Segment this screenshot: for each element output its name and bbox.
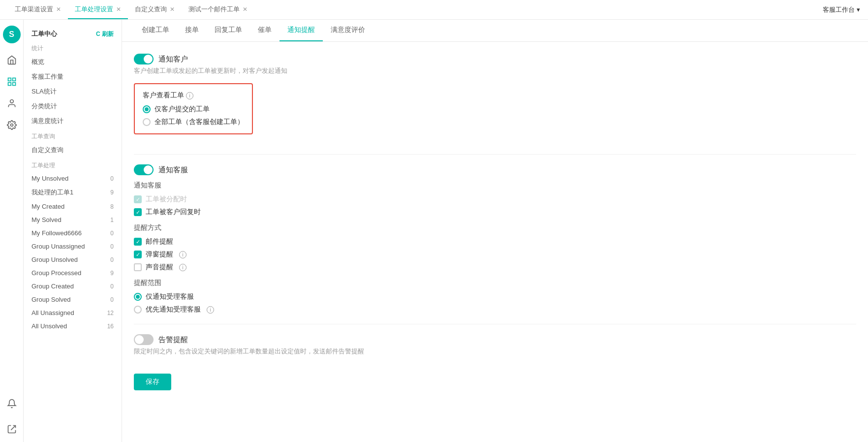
home-icon[interactable] — [3, 51, 21, 69]
notify-agent-sub-section: 通知客服 工单被分配时 工单被客户回复时 提醒方式 邮件提醒 — [134, 181, 856, 314]
checkbox-popup-reminder[interactable]: 弹窗提醒 i — [134, 250, 856, 259]
chevron-down-icon: ▾ — [857, 6, 860, 13]
notify-agent-toggle-row: 通知客服 — [134, 164, 856, 175]
customer-view-title: 客户查看工单 i — [143, 91, 244, 100]
tab-reply-ticket[interactable]: 回复工单 — [207, 20, 250, 41]
nav-item-group-solved[interactable]: Group Solved 0 — [24, 293, 122, 306]
sound-info-icon[interactable]: i — [179, 264, 186, 271]
nav-group-processing: 工单处理 — [24, 158, 122, 172]
nav-item-group-unassigned[interactable]: Group Unassigned 0 — [24, 240, 122, 253]
popup-info-icon[interactable]: i — [179, 251, 186, 258]
settings-icon[interactable] — [3, 116, 21, 134]
nav-item-custom-query[interactable]: 自定义查询 — [24, 143, 122, 158]
checkbox-box-sound — [134, 263, 142, 271]
notify-customer-toggle[interactable] — [134, 54, 154, 64]
reminder-range-section: 提醒范围 仅通知受理客服 优先通知受理客服 i — [134, 279, 856, 314]
nav-item-sla[interactable]: SLA统计 — [24, 84, 122, 99]
svg-rect-0 — [8, 78, 11, 81]
topbar: 工单渠道设置 ✕ 工单处理设置 ✕ 自定义查询 ✕ 测试一个邮件工单 ✕ 客服工… — [0, 0, 868, 20]
refresh-button[interactable]: C 刷新 — [96, 30, 114, 38]
radio-circle-all-tickets — [143, 118, 151, 126]
checkbox-email-reminder[interactable]: 邮件提醒 — [134, 237, 856, 246]
reminder-range-options: 仅通知受理客服 优先通知受理客服 i — [134, 292, 856, 314]
tab-create-ticket[interactable]: 创建工单 — [134, 20, 177, 41]
notify-agent-sub-title: 通知客服 — [134, 181, 856, 190]
checkbox-box-replied — [134, 208, 142, 216]
svg-point-4 — [10, 100, 13, 103]
notify-agent-toggle[interactable] — [134, 164, 154, 175]
notify-customer-section: 通知客户 客户创建工单或发起的工单被更新时，对客户发起通知 客户查看工单 i 仅… — [134, 54, 856, 144]
svg-rect-3 — [12, 83, 15, 86]
tab-ticket-processing[interactable]: 工单处理设置 ✕ — [68, 0, 128, 19]
svg-point-5 — [10, 124, 13, 126]
radio-only-assignee[interactable]: 仅通知受理客服 — [134, 292, 856, 301]
tab-channel-settings[interactable]: 工单渠道设置 ✕ — [8, 0, 68, 19]
nav-item-my-created[interactable]: My Created 8 — [24, 200, 122, 213]
range-info-icon[interactable]: i — [207, 306, 214, 314]
tab-accept[interactable]: 接单 — [177, 20, 207, 41]
radio-circle-only-submitted — [143, 105, 151, 113]
nav-item-category[interactable]: 分类统计 — [24, 99, 122, 114]
tab-notify-reminder[interactable]: 通知提醒 — [279, 20, 323, 41]
checkbox-box-popup — [134, 251, 142, 258]
main-layout: S 工单中心 C 刷新 统计 概览 客服工作量 SLA统计 分类统计 — [0, 20, 868, 442]
nav-item-group-processed[interactable]: Group Processed 9 — [24, 266, 122, 280]
notify-agent-section: 通知客服 通知客服 工单被分配时 工单被客户回复时 提醒方式 — [134, 164, 856, 314]
grid-icon[interactable] — [3, 73, 21, 91]
tab-satisfaction[interactable]: 满意度评价 — [323, 20, 373, 41]
notify-customer-desc: 客户创建工单或发起的工单被更新时，对客户发起通知 — [134, 66, 856, 75]
alert-desc: 限定时间之内，包含设定关键词的新增工单数量超出设定值时，发送邮件告警提醒 — [134, 347, 856, 356]
divider-2 — [134, 324, 856, 324]
radio-all-tickets[interactable]: 全部工单（含客服创建工单） — [143, 118, 244, 126]
tab-test-email[interactable]: 测试一个邮件工单 ✕ — [182, 0, 254, 19]
workspace-switcher[interactable]: 客服工作台 ▾ — [823, 5, 860, 14]
tab-urge[interactable]: 催单 — [250, 20, 279, 41]
nav-main-title: 工单中心 C 刷新 — [24, 26, 122, 40]
settings-body: 通知客户 客户创建工单或发起的工单被更新时，对客户发起通知 客户查看工单 i 仅… — [122, 42, 868, 402]
nav-group-stats: 统计 — [24, 40, 122, 55]
checkbox-box-email — [134, 238, 142, 246]
checkbox-sound-reminder[interactable]: 声音提醒 i — [134, 263, 856, 272]
nav-item-my-solved[interactable]: My Solved 1 — [24, 213, 122, 226]
radio-circle-only-assignee — [134, 293, 142, 301]
nav-item-overview[interactable]: 概览 — [24, 55, 122, 69]
alert-toggle-slider — [134, 334, 154, 345]
nav-item-all-unassigned[interactable]: All Unassigned 12 — [24, 306, 122, 319]
customer-view-info-icon[interactable]: i — [186, 92, 193, 99]
tab-close-test-email[interactable]: ✕ — [243, 6, 248, 13]
nav-item-group-unsolved[interactable]: Group Unsolved 0 — [24, 253, 122, 266]
checkbox-box-assigned — [134, 195, 142, 203]
notify-customer-label: 通知客户 — [158, 55, 188, 64]
tab-close-channel[interactable]: ✕ — [56, 6, 61, 13]
checkbox-ticket-replied[interactable]: 工单被客户回复时 — [134, 208, 856, 217]
tab-close-ticket-processing[interactable]: ✕ — [116, 6, 121, 13]
nav-item-my-unsolved[interactable]: My Unsolved 0 — [24, 172, 122, 185]
content-tab-bar: 创建工单 接单 回复工单 催单 通知提醒 满意度评价 — [122, 20, 868, 42]
radio-priority-assignee[interactable]: 优先通知受理客服 i — [134, 305, 856, 314]
nav-item-all-unsolved[interactable]: All Unsolved 16 — [24, 319, 122, 333]
nav-item-group-created[interactable]: Group Created 0 — [24, 280, 122, 293]
alert-section: 告警提醒 限定时间之内，包含设定关键词的新增工单数量超出设定值时，发送邮件告警提… — [134, 334, 856, 356]
share-icon[interactable] — [3, 420, 21, 438]
app-logo: S — [3, 26, 21, 43]
nav-item-agent-workload[interactable]: 客服工作量 — [24, 69, 122, 84]
bell-icon[interactable] — [3, 395, 21, 412]
nav-item-my-followed[interactable]: My Followed6666 0 — [24, 226, 122, 240]
svg-rect-1 — [12, 78, 15, 81]
reminder-range-title: 提醒范围 — [134, 279, 856, 287]
alert-label: 告警提醒 — [158, 335, 188, 345]
tab-close-custom-query[interactable]: ✕ — [170, 6, 175, 13]
tab-custom-query[interactable]: 自定义查询 ✕ — [128, 0, 182, 19]
save-button[interactable]: 保存 — [134, 374, 171, 390]
nav-group-query: 工单查询 — [24, 128, 122, 143]
icon-sidebar: S — [0, 20, 24, 442]
customer-view-box: 客户查看工单 i 仅客户提交的工单 全部工单（含客服创建工单） — [134, 83, 253, 134]
radio-only-submitted[interactable]: 仅客户提交的工单 — [143, 105, 244, 114]
nav-item-my-processed[interactable]: 我处理的工单1 9 — [24, 185, 122, 200]
checkbox-ticket-assigned[interactable]: 工单被分配时 — [134, 195, 856, 204]
alert-toggle[interactable] — [134, 334, 154, 345]
divider-1 — [134, 154, 856, 155]
reminder-method-title: 提醒方式 — [134, 223, 856, 232]
nav-item-satisfaction[interactable]: 满意度统计 — [24, 114, 122, 128]
user-icon[interactable] — [3, 95, 21, 112]
